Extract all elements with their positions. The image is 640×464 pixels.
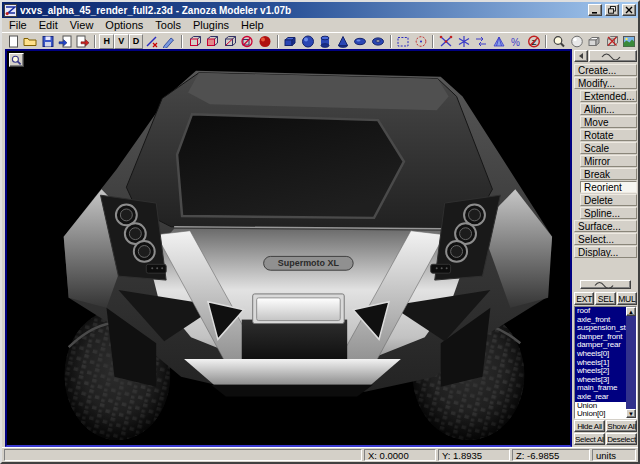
menu-tools[interactable]: Tools bbox=[149, 19, 187, 31]
object-union-0[interactable]: Union[0] bbox=[575, 410, 626, 418]
edit-locked-icon[interactable] bbox=[239, 34, 256, 49]
rollup-icon[interactable] bbox=[589, 50, 637, 62]
box-primitive-icon[interactable] bbox=[282, 34, 299, 49]
object-damper-rear[interactable]: damper_rear bbox=[575, 341, 626, 350]
wireframe-view-icon[interactable] bbox=[603, 34, 620, 49]
object-roof[interactable]: roof bbox=[575, 307, 626, 316]
object-wheels-0[interactable]: wheels[0] bbox=[575, 350, 626, 359]
menu-file[interactable]: File bbox=[3, 19, 33, 31]
title-bar: vxvs_alpha_45_render_full2.z3d - Zanoza … bbox=[2, 2, 638, 18]
panel-top-bar bbox=[574, 50, 637, 62]
view-v-button[interactable]: V bbox=[114, 34, 129, 49]
command-display[interactable]: Display... bbox=[574, 246, 637, 258]
object-suspension-struts[interactable]: suspension_struts bbox=[575, 324, 626, 333]
command-rotate[interactable]: Rotate bbox=[580, 129, 637, 141]
command-surface[interactable]: Surface... bbox=[574, 220, 637, 232]
weld-icon[interactable] bbox=[437, 34, 454, 49]
edit-object-icon[interactable] bbox=[186, 34, 203, 49]
command-delete[interactable]: Delete bbox=[580, 194, 637, 206]
object-main-frame[interactable]: main_frame bbox=[575, 384, 626, 393]
svg-text:%: % bbox=[511, 36, 520, 47]
shaded-view-icon[interactable] bbox=[568, 34, 585, 49]
scroll-up-icon[interactable]: ▲ bbox=[626, 307, 636, 316]
menu-help[interactable]: Help bbox=[235, 19, 270, 31]
collapse-icon[interactable] bbox=[574, 50, 588, 62]
command-create[interactable]: Create... bbox=[574, 64, 637, 76]
command-select[interactable]: Select... bbox=[574, 233, 637, 245]
export-icon[interactable] bbox=[74, 34, 91, 49]
view-d-button[interactable]: D bbox=[129, 34, 144, 49]
disc-primitive-icon[interactable] bbox=[352, 34, 369, 49]
object-damper-front[interactable]: damper_front bbox=[575, 333, 626, 342]
mode-tab-ext[interactable]: EXT bbox=[574, 292, 594, 305]
import-icon[interactable] bbox=[56, 34, 73, 49]
command-extended[interactable]: Extended... bbox=[580, 90, 637, 102]
smooth-icon[interactable] bbox=[455, 34, 472, 49]
app-window: vxvs_alpha_45_render_full2.z3d - Zanoza … bbox=[0, 0, 640, 464]
new-icon[interactable] bbox=[4, 34, 21, 49]
object-wheels-3[interactable]: wheels[3] bbox=[575, 376, 626, 385]
menu-options[interactable]: Options bbox=[99, 19, 149, 31]
window-title: vxvs_alpha_45_render_full2.z3d - Zanoza … bbox=[20, 5, 585, 16]
menu-view[interactable]: View bbox=[64, 19, 100, 31]
command-break[interactable]: Break bbox=[580, 168, 637, 180]
save-icon[interactable] bbox=[39, 34, 56, 49]
mode-tab-mul[interactable]: MUL bbox=[617, 292, 637, 305]
command-align[interactable]: Align... bbox=[580, 103, 637, 115]
scroll-down-icon[interactable]: ▼ bbox=[626, 409, 636, 418]
command-reorient[interactable]: Reorient bbox=[580, 181, 637, 193]
command-spline[interactable]: Spline... bbox=[580, 207, 637, 219]
deselect-button[interactable]: Deselect bbox=[606, 433, 637, 445]
cone-primitive-icon[interactable] bbox=[334, 34, 351, 49]
percent-icon[interactable]: % bbox=[507, 34, 524, 49]
rollup-divider-icon[interactable] bbox=[580, 280, 631, 289]
rect-select-icon[interactable] bbox=[395, 34, 412, 49]
render-viewport[interactable]: Supermoto XL bbox=[5, 49, 572, 447]
zoom-tool-icon[interactable] bbox=[550, 34, 567, 49]
panel-spacer bbox=[574, 259, 637, 280]
status-bar: X: 0.0000 Y: 1.8935 Z: -6.9855 units bbox=[2, 447, 638, 462]
close-icon[interactable] bbox=[622, 4, 636, 16]
command-scale[interactable]: Scale bbox=[580, 142, 637, 154]
object-axle-rear[interactable]: axle_rear bbox=[575, 393, 626, 402]
select-all-button[interactable]: Select All bbox=[574, 433, 605, 445]
show-all-button[interactable]: Show All bbox=[606, 420, 637, 432]
car-render: Supermoto XL bbox=[7, 51, 570, 445]
object-wheels-2[interactable]: wheels[2] bbox=[575, 367, 626, 376]
no-z-icon[interactable]: Z bbox=[525, 34, 542, 49]
magnifier-icon[interactable] bbox=[9, 53, 24, 67]
material-sphere-icon[interactable] bbox=[256, 34, 273, 49]
sphere-primitive-icon[interactable] bbox=[299, 34, 316, 49]
circle-select-icon[interactable] bbox=[412, 34, 429, 49]
bumper-panel bbox=[242, 320, 347, 363]
menu-plugins[interactable]: Plugins bbox=[187, 19, 235, 31]
cylinder-primitive-icon[interactable] bbox=[317, 34, 334, 49]
menu-edit[interactable]: Edit bbox=[33, 19, 64, 31]
hide-all-button[interactable]: Hide All bbox=[574, 420, 605, 432]
minimize-icon[interactable] bbox=[588, 4, 602, 16]
view-h-button[interactable]: H bbox=[99, 34, 114, 49]
command-move[interactable]: Move bbox=[580, 116, 637, 128]
list-button-row: Select AllDeselect bbox=[574, 433, 637, 445]
object-axle-front[interactable]: axle_front bbox=[575, 316, 626, 325]
toolbar-separator bbox=[181, 35, 183, 48]
flip-icon[interactable] bbox=[472, 34, 489, 49]
torus-primitive-icon[interactable] bbox=[369, 34, 386, 49]
edit-faces-icon[interactable] bbox=[204, 34, 221, 49]
mode-tab-sel[interactable]: SEL bbox=[595, 292, 615, 305]
pen-icon[interactable] bbox=[161, 34, 178, 49]
command-mirror[interactable]: Mirror bbox=[580, 155, 637, 167]
fan-icon[interactable] bbox=[490, 34, 507, 49]
scroll-track[interactable] bbox=[626, 316, 636, 409]
license-plate bbox=[257, 298, 341, 321]
edit-edges-icon[interactable] bbox=[221, 34, 238, 49]
textured-view-icon[interactable] bbox=[620, 34, 637, 49]
open-icon[interactable] bbox=[21, 34, 38, 49]
axes-toggle-icon[interactable] bbox=[143, 34, 160, 49]
object-list-scrollbar[interactable]: ▲ ▼ bbox=[626, 307, 636, 418]
solid-view-icon[interactable] bbox=[585, 34, 602, 49]
object-wheels-1[interactable]: wheels[1] bbox=[575, 359, 626, 368]
command-modify[interactable]: Modify... bbox=[574, 77, 637, 89]
restore-icon[interactable] bbox=[605, 4, 619, 16]
object-union[interactable]: Union bbox=[575, 402, 626, 411]
